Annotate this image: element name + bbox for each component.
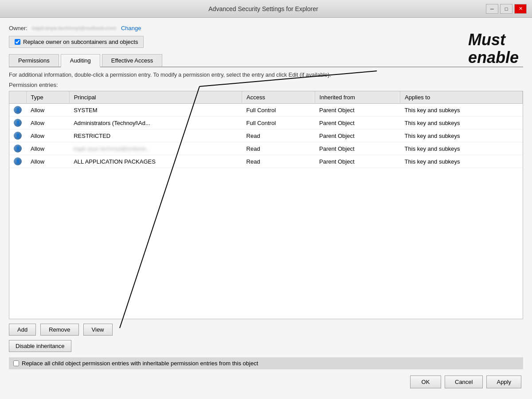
col-type: Type bbox=[26, 91, 69, 104]
cell-access: Full Control bbox=[242, 117, 315, 129]
cell-applies: This key and subkeys bbox=[400, 104, 523, 117]
dialog-buttons-row: OK Cancel Apply bbox=[9, 376, 523, 392]
tabs-row: Permissions Auditing Effective Access bbox=[9, 54, 523, 67]
cell-applies: This key and subkeys bbox=[400, 129, 523, 142]
cell-principal: Administrators (Technoyl\Ad... bbox=[69, 117, 242, 129]
action-buttons-row: Add Remove View bbox=[9, 324, 523, 336]
cell-inherited: Parent Object bbox=[315, 117, 400, 129]
title-controls: ─ □ ✕ bbox=[486, 4, 527, 14]
permissions-table-container: Type Principal Access Inherited from App… bbox=[9, 91, 523, 319]
row-icon: 👤 bbox=[9, 142, 26, 155]
tab-permissions[interactable]: Permissions bbox=[9, 54, 59, 66]
cell-applies: This key and subkeys bbox=[400, 155, 523, 168]
owner-row: Owner: kapil.arya.technoyl@outlook.com C… bbox=[9, 25, 523, 31]
cell-type: Allow bbox=[26, 155, 69, 168]
cell-principal: ALL APPLICATION PACKAGES bbox=[69, 155, 242, 168]
bottom-checkbox-row: Replace all child object permission entr… bbox=[9, 357, 523, 369]
maximize-button[interactable]: □ bbox=[500, 4, 512, 14]
table-row[interactable]: 👤Allowkapil arya technoyl@outlook...Read… bbox=[9, 142, 523, 155]
cell-principal: RESTRICTED bbox=[69, 129, 242, 142]
owner-checkbox-row: Replace owner on subcontainers and objec… bbox=[9, 36, 523, 48]
info-text: For additional information, double-click… bbox=[9, 72, 523, 78]
permissions-table: Type Principal Access Inherited from App… bbox=[9, 91, 523, 168]
cell-principal: SYSTEM bbox=[69, 104, 242, 117]
cell-inherited: Parent Object bbox=[315, 155, 400, 168]
cell-access: Read bbox=[242, 142, 315, 155]
col-principal: Principal bbox=[69, 91, 242, 104]
change-link[interactable]: Change bbox=[121, 25, 141, 31]
col-icon bbox=[9, 91, 26, 104]
col-access: Access bbox=[242, 91, 315, 104]
replace-child-label: Replace all child object permission entr… bbox=[22, 360, 258, 367]
minimize-button[interactable]: ─ bbox=[486, 4, 498, 14]
section-label: Permission entries: bbox=[9, 82, 523, 88]
disable-inheritance-button[interactable]: Disable inheritance bbox=[9, 340, 71, 352]
remove-button[interactable]: Remove bbox=[40, 324, 78, 336]
view-button[interactable]: View bbox=[83, 324, 113, 336]
dialog-content: Must enable Owner: kapil.arya.technoyl@o… bbox=[0, 18, 532, 399]
table-header-row: Type Principal Access Inherited from App… bbox=[9, 91, 523, 104]
row-icon: 👤 bbox=[9, 155, 26, 168]
replace-owner-label: Replace owner on subcontainers and objec… bbox=[23, 39, 138, 45]
table-row[interactable]: 👤AllowRESTRICTEDReadParent ObjectThis ke… bbox=[9, 129, 523, 142]
replace-owner-checkbox[interactable] bbox=[15, 39, 20, 45]
replace-owner-container: Replace owner on subcontainers and objec… bbox=[9, 36, 144, 48]
owner-email: kapil.arya.technoyl@outlook.com bbox=[32, 25, 117, 31]
cancel-button[interactable]: Cancel bbox=[445, 376, 483, 388]
col-inherited: Inherited from bbox=[315, 91, 400, 104]
replace-child-checkbox[interactable] bbox=[13, 360, 19, 366]
cell-access: Read bbox=[242, 129, 315, 142]
row-icon: 👤 bbox=[9, 117, 26, 129]
table-row[interactable]: 👤AllowAdministrators (Technoyl\Ad...Full… bbox=[9, 117, 523, 129]
cell-inherited: Parent Object bbox=[315, 104, 400, 117]
row-icon: 👤 bbox=[9, 104, 26, 117]
table-row[interactable]: 👤AllowSYSTEMFull ControlParent ObjectThi… bbox=[9, 104, 523, 117]
owner-label: Owner: bbox=[9, 25, 27, 31]
cell-inherited: Parent Object bbox=[315, 129, 400, 142]
cell-inherited: Parent Object bbox=[315, 142, 400, 155]
window: Advanced Security Settings for Explorer … bbox=[0, 0, 532, 399]
cell-type: Allow bbox=[26, 117, 69, 129]
tab-auditing[interactable]: Auditing bbox=[61, 54, 100, 67]
add-button[interactable]: Add bbox=[9, 324, 36, 336]
tab-effective-access[interactable]: Effective Access bbox=[102, 54, 162, 66]
apply-button[interactable]: Apply bbox=[486, 376, 521, 388]
row-icon: 👤 bbox=[9, 129, 26, 142]
cell-access: Full Control bbox=[242, 104, 315, 117]
cell-access: Read bbox=[242, 155, 315, 168]
cell-principal: kapil arya technoyl@outlook... bbox=[69, 142, 242, 155]
ok-button[interactable]: OK bbox=[410, 376, 441, 388]
cell-type: Allow bbox=[26, 104, 69, 117]
close-button[interactable]: ✕ bbox=[514, 4, 527, 14]
col-applies: Applies to bbox=[400, 91, 523, 104]
cell-applies: This key and subkeys bbox=[400, 142, 523, 155]
cell-type: Allow bbox=[26, 129, 69, 142]
window-title: Advanced Security Settings for Explorer bbox=[41, 5, 486, 12]
cell-type: Allow bbox=[26, 142, 69, 155]
table-row[interactable]: 👤AllowALL APPLICATION PACKAGESReadParent… bbox=[9, 155, 523, 168]
cell-applies: This key and subkeys bbox=[400, 117, 523, 129]
title-bar: Advanced Security Settings for Explorer … bbox=[0, 0, 532, 18]
